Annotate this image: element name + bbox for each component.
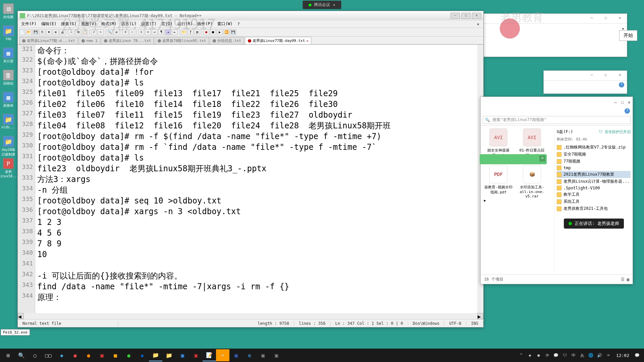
view-grid-icon[interactable]: ▦ bbox=[627, 277, 629, 282]
view-list-icon[interactable]: ☰ bbox=[621, 277, 625, 282]
new-file-icon[interactable]: 📄 bbox=[19, 29, 25, 35]
menu-file[interactable]: 文件(F) bbox=[19, 20, 39, 27]
task-view-icon[interactable]: ▢▢ bbox=[42, 349, 55, 361]
pinned-app[interactable]: ▣ bbox=[270, 349, 283, 361]
doc-map-icon[interactable]: ▤ bbox=[194, 29, 200, 35]
close-icon[interactable]: ✕ bbox=[615, 15, 625, 22]
print-icon[interactable]: 🖨 bbox=[59, 29, 65, 35]
tree-item[interactable]: 系统工具 bbox=[557, 198, 631, 205]
menu-macro[interactable]: 宏(O) bbox=[159, 20, 175, 27]
pinned-app[interactable]: ● bbox=[82, 349, 95, 361]
notification-center-icon[interactable]: 💬 bbox=[634, 352, 640, 358]
chevron-right-icon[interactable]: ▸ bbox=[483, 197, 487, 203]
sync-v-icon[interactable]: ⬍ bbox=[138, 29, 144, 35]
help-icon[interactable]: ? bbox=[625, 108, 630, 114]
desktop-icon-other[interactable]: ▦其它密 bbox=[1, 48, 16, 68]
menu-settings[interactable]: 设置(T) bbox=[139, 20, 159, 27]
tree-item[interactable]: tmp bbox=[557, 165, 631, 171]
tab-1[interactable]: new 1 bbox=[78, 37, 100, 44]
titlebar[interactable]: F:\2021老男孩Linux77期教室\77期课堂笔记\老男孩Linux77期… bbox=[18, 11, 483, 20]
tray-up-icon[interactable]: ^ bbox=[518, 352, 524, 358]
tab-3[interactable]: 老男孩78期linux05.txt bbox=[155, 37, 209, 44]
zoom-in-icon[interactable]: + bbox=[122, 29, 128, 35]
tab-2[interactable]: 老男孩Linux 78...txt bbox=[101, 37, 154, 44]
tree-item[interactable]: 教学工具 bbox=[557, 191, 631, 198]
desktop-icon-oldb[interactable]: 📁oldb... bbox=[1, 114, 16, 135]
minimize-icon[interactable]: — bbox=[587, 72, 597, 79]
menu-window[interactable]: 窗口(W) bbox=[215, 20, 235, 27]
outdent-icon[interactable]: ⇤ bbox=[172, 29, 178, 35]
close-icon[interactable]: ✕ bbox=[628, 100, 631, 105]
find-icon[interactable]: 🔍 bbox=[107, 29, 113, 35]
pinned-app[interactable]: ☀ bbox=[216, 349, 229, 361]
pinned-app[interactable]: ▣ bbox=[189, 349, 203, 361]
tray-shield-icon[interactable]: 🛡 bbox=[562, 352, 568, 358]
start-button[interactable]: 开始 bbox=[619, 30, 637, 41]
cortana-icon[interactable]: ○ bbox=[28, 349, 42, 361]
pinned-app[interactable]: e bbox=[243, 349, 256, 361]
feiq-label[interactable]: FeiQ_32.exe bbox=[1, 329, 30, 336]
tray-ime-icon[interactable]: あ bbox=[579, 352, 585, 358]
tab-5-active[interactable]: 老男孩Linux77期-day09.txt✕ bbox=[245, 37, 312, 44]
search-icon[interactable]: 🔍 bbox=[15, 349, 28, 361]
menu-view[interactable]: 视图(V) bbox=[79, 20, 99, 27]
copy-icon[interactable]: ⧉ bbox=[75, 29, 81, 35]
menu-edit[interactable]: 编辑(E) bbox=[39, 20, 59, 27]
file-item-rar[interactable]: 📦水印添加工具-all-in-one-v5.rar bbox=[517, 165, 547, 199]
tab-4[interactable]: 分组信息.txt bbox=[210, 37, 244, 44]
pinned-app[interactable]: 📁 bbox=[162, 349, 176, 361]
replace-icon[interactable]: ⇄ bbox=[113, 29, 119, 35]
meeting-indicator[interactable]: 腾讯会议 ▾ bbox=[303, 1, 341, 9]
open-file-icon[interactable]: 📂 bbox=[26, 29, 32, 35]
menu-help[interactable]: ? bbox=[235, 21, 242, 27]
scrollbar-horizontal[interactable]: ◀ ▶ bbox=[18, 313, 483, 319]
tab-close-icon[interactable]: ✕ bbox=[306, 39, 308, 43]
desktop-icon-tmp[interactable]: 📁tmp bbox=[1, 25, 16, 46]
save-macro-icon[interactable]: 💾 bbox=[230, 29, 236, 35]
redo-icon[interactable]: ↷ bbox=[98, 29, 104, 35]
taskbar-explorer[interactable]: 📁 bbox=[149, 349, 162, 361]
maximize-button[interactable]: ☐ bbox=[461, 13, 471, 19]
desktop-icon-ppt[interactable]: P老男Linux58... bbox=[1, 158, 16, 179]
function-list-icon[interactable]: ƒ bbox=[187, 29, 194, 35]
tree-item[interactable]: 安全7期视频 bbox=[557, 151, 631, 158]
close-button[interactable]: ✕ bbox=[472, 13, 481, 19]
tray-app-icon[interactable]: ◆ bbox=[527, 352, 533, 358]
save-all-icon[interactable]: ⎘ bbox=[39, 29, 45, 35]
tree-item-selected[interactable]: 2021老男孩Linux77期教室 bbox=[557, 171, 631, 178]
tree-item[interactable]: 老男孩教育2021-工具包 bbox=[557, 205, 631, 212]
tray-notif-icon[interactable]: 💬 bbox=[553, 352, 559, 358]
tab-0[interactable]: 老男孩Linux77期-d...txt bbox=[19, 37, 78, 44]
paste-icon[interactable]: 📋 bbox=[82, 29, 88, 35]
tray-volume-icon[interactable]: 🔊 bbox=[597, 352, 603, 358]
tray-lang-icon[interactable]: 中 bbox=[571, 352, 577, 358]
maximize-icon[interactable]: ☐ bbox=[621, 100, 624, 105]
tree-item[interactable]: .Spotlight-V100 bbox=[557, 185, 631, 191]
editor-text[interactable]: 命令行： $(命令)或`命令`，拼路径拼命令 [root@oldboy data… bbox=[35, 45, 477, 313]
tray-sync-icon[interactable]: ⟳ bbox=[544, 352, 550, 358]
close-icon[interactable]: ✕ bbox=[615, 72, 625, 79]
search-input[interactable]: 🔍 搜索"老男孩Linux77期视频" bbox=[483, 116, 631, 124]
start-menu-icon[interactable]: ⊞ bbox=[1, 349, 15, 361]
pinned-app[interactable]: ▣ bbox=[176, 349, 189, 361]
pinned-app[interactable]: ◆ bbox=[55, 349, 68, 361]
minimize-icon[interactable]: — bbox=[587, 15, 597, 22]
menu-language[interactable]: 语言(L) bbox=[119, 20, 139, 27]
play-icon[interactable]: ▶ bbox=[217, 29, 223, 35]
desktop-icon-recycle[interactable]: 🗑回收站 bbox=[1, 70, 16, 90]
sync-h-icon[interactable]: ⬌ bbox=[145, 29, 151, 35]
drive-label[interactable]: U盘(F:) bbox=[557, 129, 573, 135]
explorer-titlebar[interactable]: — ☐ ✕ bbox=[481, 97, 633, 108]
pinned-app[interactable]: ▣ bbox=[229, 349, 243, 361]
stop-icon[interactable]: ■ bbox=[210, 29, 216, 35]
record-icon[interactable]: ● bbox=[203, 29, 209, 35]
tree-item[interactable]: .红蜘蛛网络教室V7.2专业版.zip bbox=[557, 144, 631, 151]
close-all-icon[interactable]: ⊗ bbox=[53, 29, 59, 35]
pinned-app[interactable]: ● bbox=[68, 349, 82, 361]
scroll-right-icon[interactable]: ▶ bbox=[477, 313, 483, 319]
taskbar-clock[interactable]: 12:02 bbox=[614, 353, 631, 358]
undo-icon[interactable]: ↶ bbox=[91, 29, 97, 35]
maximize-icon[interactable]: ☐ bbox=[601, 15, 611, 22]
tree-item[interactable]: 老男孩Linux云计算-物理服务器... bbox=[557, 178, 631, 185]
menu-format[interactable]: 格式(M) bbox=[99, 20, 119, 27]
